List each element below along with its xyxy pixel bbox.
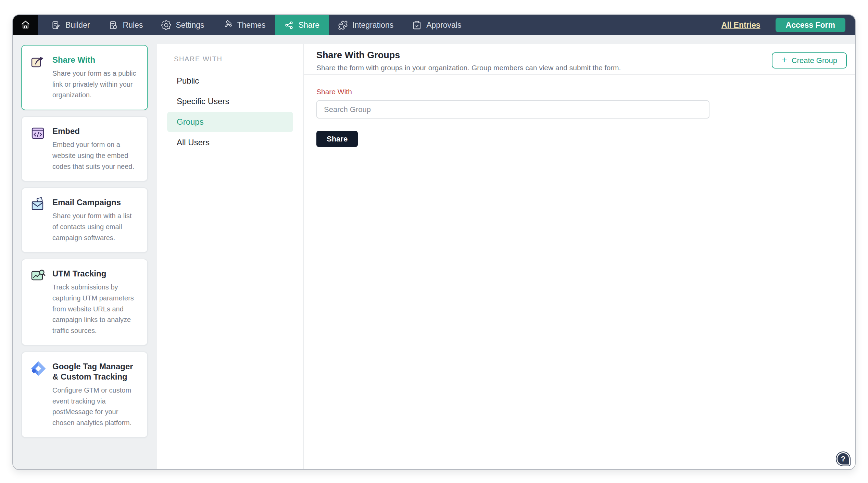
share-method-card-embed[interactable]: EmbedEmbed your form on a website using … [21,116,148,182]
top-navigation: BuilderRulesSettingsThemesShareIntegrati… [13,15,855,35]
all-entries-link[interactable]: All Entries [721,21,760,30]
share-with-column: SHARE WITH PublicSpecific UsersGroupsAll… [157,44,304,469]
embed-icon [30,125,47,141]
share-method-card-email-campaigns[interactable]: Email CampaignsShare your form with a li… [21,187,148,253]
email-campaigns-icon [30,196,47,213]
create-group-label: Create Group [792,56,837,65]
card-description: Share your form as a public link or priv… [52,68,139,101]
tab-label: Settings [176,21,204,30]
card-title: Share With [52,54,139,65]
page-title: Share With Groups [316,50,621,61]
tab-label: Approvals [426,21,461,30]
card-description: Track submissions by capturing UTM param… [52,282,139,336]
tab-integrations[interactable]: Integrations [329,15,403,35]
tab-settings[interactable]: Settings [152,15,213,35]
share-submit-button[interactable]: Share [316,131,358,147]
tab-label: Share [299,21,319,30]
search-group-input[interactable] [316,100,709,119]
tab-rules[interactable]: Rules [99,15,152,35]
approvals-icon [412,20,422,30]
app-body: Share WithShare your form as a public li… [13,35,855,469]
card-description: Embed your form on a website using the e… [52,139,139,172]
settings-icon [161,20,171,30]
nav-right: All Entries Access Form [721,15,855,35]
share-with-item-public[interactable]: Public [167,71,293,91]
main-header-text: Share With Groups Share the form with gr… [316,50,621,72]
home-icon [20,19,31,31]
nav-tabs: BuilderRulesSettingsThemesShareIntegrati… [42,15,470,35]
card-title: Google Tag Manager & Custom Tracking [52,360,139,382]
main-header: Share With Groups Share the form with gr… [304,44,855,75]
card-title: Email Campaigns [52,196,139,207]
help-button[interactable]: ? [836,451,851,466]
gtm-icon [30,360,47,377]
main-panel: Share With Groups Share the form with gr… [304,44,855,469]
tab-label: Themes [237,21,266,30]
themes-icon [223,20,233,30]
share-with-item-groups[interactable]: Groups [167,112,293,132]
integrations-icon [338,20,348,30]
card-title: UTM Tracking [52,268,139,278]
tab-label: Integrations [352,21,393,30]
card-description: Share your form with a list of contacts … [52,211,139,243]
rules-icon [109,20,118,30]
tab-approvals[interactable]: Approvals [403,15,470,35]
share-method-card-share-with[interactable]: Share WithShare your form as a public li… [21,45,148,110]
tab-share[interactable]: Share [275,15,329,35]
home-button[interactable] [13,15,38,35]
tab-themes[interactable]: Themes [214,15,275,35]
create-group-button[interactable]: + Create Group [772,52,847,69]
app-window: BuilderRulesSettingsThemesShareIntegrati… [12,14,856,470]
tab-label: Builder [65,21,90,30]
page-subtitle: Share the form with groups in your organ… [316,64,621,72]
share-with-item-specific-users[interactable]: Specific Users [167,91,293,112]
card-title: Embed [52,125,139,136]
share-form: Share With Share [304,75,855,147]
plus-icon: + [781,55,787,65]
question-mark-icon: ? [841,455,845,463]
tab-builder[interactable]: Builder [42,15,99,35]
utm-tracking-icon [30,268,47,284]
share-with-list: PublicSpecific UsersGroupsAll Users [157,71,303,153]
share-method-card-utm-tracking[interactable]: UTM TrackingTrack submissions by capturi… [21,259,148,346]
share-with-item-all-users[interactable]: All Users [167,132,293,153]
share-with-field-label: Share With [316,88,855,96]
share-methods-sidebar: Share WithShare your form as a public li… [13,44,157,469]
access-form-button[interactable]: Access Form [776,18,845,32]
share-with-section-header: SHARE WITH [174,55,303,63]
share-method-card-google-tag-manager-custom-tracking[interactable]: Google Tag Manager & Custom TrackingConf… [21,351,148,438]
share-icon [284,20,294,30]
card-description: Configure GTM or custom event tracking v… [52,385,139,428]
share-with-icon [30,54,47,70]
builder-icon [51,20,61,30]
tab-label: Rules [123,21,143,30]
